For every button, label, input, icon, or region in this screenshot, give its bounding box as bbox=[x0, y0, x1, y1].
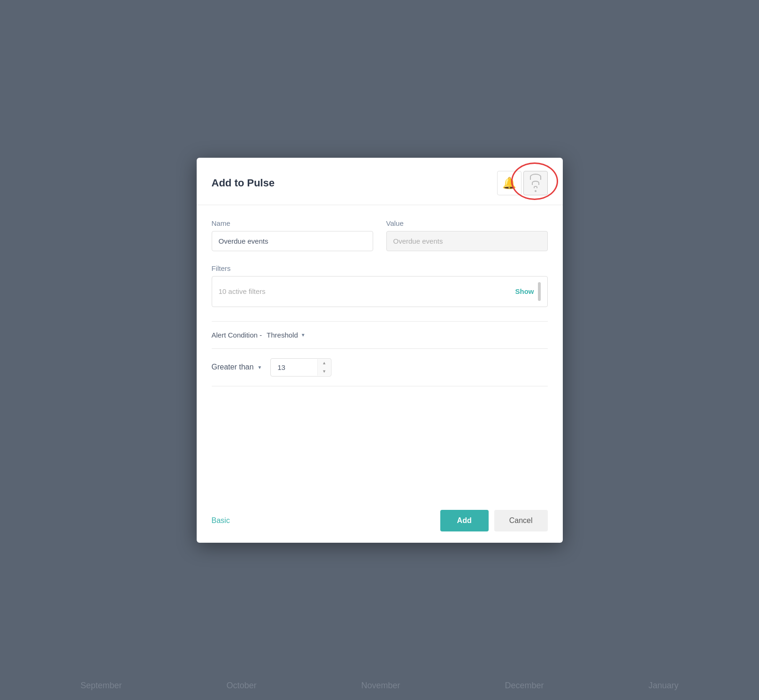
spinner-down-button[interactable]: ▼ bbox=[318, 367, 330, 376]
wifi-signal-icon bbox=[530, 174, 541, 192]
filters-text: 10 active filters bbox=[219, 287, 266, 295]
basic-link[interactable]: Basic bbox=[212, 516, 230, 525]
name-value-row: Name Value bbox=[212, 219, 548, 251]
name-group: Name bbox=[212, 219, 373, 251]
alert-condition-label: Alert Condition - bbox=[212, 331, 262, 339]
pulse-icon-button[interactable] bbox=[523, 171, 548, 195]
value-input bbox=[386, 231, 548, 251]
divider-2 bbox=[212, 348, 548, 349]
operator-label: Greater than bbox=[212, 363, 254, 371]
filters-label: Filters bbox=[212, 264, 548, 272]
name-input[interactable] bbox=[212, 231, 373, 251]
value-group: Value bbox=[386, 219, 548, 251]
add-button[interactable]: Add bbox=[440, 510, 489, 531]
threshold-input-wrap: ▲ ▼ bbox=[270, 358, 331, 377]
spinner-buttons: ▲ ▼ bbox=[317, 359, 330, 376]
condition-value: Threshold bbox=[267, 331, 298, 339]
modal-title: Add to Pulse bbox=[212, 177, 275, 189]
show-link[interactable]: Show bbox=[515, 287, 534, 295]
scrollbar-indicator bbox=[538, 282, 541, 301]
alert-condition-row: Alert Condition - Threshold ▼ bbox=[212, 331, 548, 339]
spinner-up-button[interactable]: ▲ bbox=[318, 359, 330, 368]
filters-actions: Show bbox=[515, 282, 541, 301]
modal-header: Add to Pulse 🔔 bbox=[197, 158, 563, 205]
filters-group: Filters 10 active filters Show bbox=[212, 264, 548, 307]
modal-body: Name Value Filters 10 active filters Sho… bbox=[197, 205, 563, 499]
threshold-row: Greater than ▼ ▲ ▼ bbox=[212, 358, 548, 386]
condition-dropdown[interactable]: Threshold ▼ bbox=[267, 331, 306, 339]
filters-box: 10 active filters Show bbox=[212, 276, 548, 307]
modal-footer: Basic Add Cancel bbox=[197, 499, 563, 543]
add-to-pulse-modal: Add to Pulse 🔔 bbox=[197, 158, 563, 543]
operator-dropdown[interactable]: Greater than ▼ bbox=[212, 363, 262, 371]
footer-buttons: Add Cancel bbox=[440, 510, 548, 531]
divider-1 bbox=[212, 321, 548, 322]
operator-arrow-icon: ▼ bbox=[257, 365, 262, 370]
value-label: Value bbox=[386, 219, 548, 227]
bell-icon: 🔔 bbox=[502, 177, 516, 190]
bell-icon-button[interactable]: 🔔 bbox=[497, 171, 521, 195]
name-label: Name bbox=[212, 219, 373, 227]
condition-arrow-icon: ▼ bbox=[301, 332, 306, 338]
header-icons: 🔔 bbox=[497, 171, 548, 195]
cancel-button[interactable]: Cancel bbox=[494, 510, 548, 531]
